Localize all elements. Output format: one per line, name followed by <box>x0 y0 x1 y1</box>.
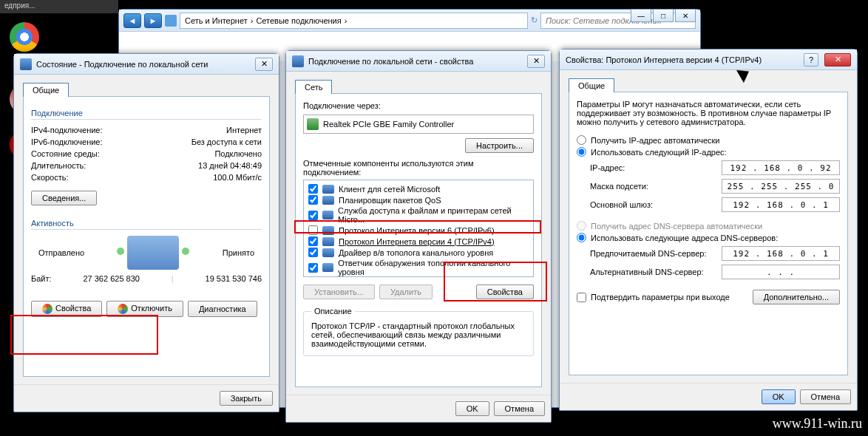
preferred-dns-input[interactable]: 192 . 168 . 0 . 1 <box>722 246 840 261</box>
cancel-button[interactable]: Отмена <box>494 401 545 416</box>
breadcrumb-item[interactable]: Сеть и Интернет <box>185 16 248 25</box>
uninstall-button[interactable]: Удалить <box>379 285 433 299</box>
tab-general[interactable]: Общие <box>569 78 614 92</box>
ipv4-icon <box>322 237 334 246</box>
components-listbox[interactable]: Клиент для сетей Microsoft Планировщик п… <box>303 180 534 277</box>
manual-dns-radio[interactable] <box>577 233 586 242</box>
lltd-responder-icon <box>322 263 333 272</box>
dialog-title: Подключение по локальной сети - свойства <box>308 57 473 66</box>
network-icon <box>20 58 32 70</box>
activity-icon <box>127 236 179 270</box>
breadcrumb-item[interactable]: Сетевые подключения <box>256 16 341 25</box>
chrome-icon[interactable] <box>4 22 44 53</box>
client-icon <box>322 185 334 194</box>
qos-icon <box>322 196 334 205</box>
ipv4-properties-dialog: Свойства: Протокол Интернета версии 4 (T… <box>559 49 858 411</box>
diagnostics-button[interactable]: Диагностика <box>188 301 257 317</box>
manual-ip-radio[interactable] <box>577 147 586 157</box>
nic-icon <box>307 118 319 130</box>
group-activity: Активность <box>31 219 262 230</box>
adapter-properties-dialog: Подключение по локальной сети - свойства… <box>285 50 552 423</box>
validate-on-exit-checkbox[interactable] <box>577 293 586 302</box>
watermark: www.911-win.ru <box>773 416 862 432</box>
auto-ip-radio[interactable] <box>577 135 586 145</box>
lltd-driver-icon <box>322 248 334 257</box>
nic-field: Realtek PCIe GBE Family Controller <box>303 115 534 134</box>
maximize-button[interactable]: □ <box>653 9 674 22</box>
browser-tab: едприя... <box>0 0 118 13</box>
ipv6-icon <box>322 226 334 235</box>
configure-button[interactable]: Настроить... <box>465 138 534 153</box>
close-dialog-button[interactable]: Закрыть <box>220 391 273 406</box>
tab-network[interactable]: Сеть <box>295 80 332 94</box>
help-button[interactable]: ? <box>804 53 818 67</box>
properties-button[interactable]: Свойства <box>31 301 102 317</box>
cancel-button[interactable]: Отмена <box>800 389 851 404</box>
status-dialog: Состояние - Подключение по локальной сет… <box>13 53 279 412</box>
component-checkbox[interactable] <box>308 225 318 235</box>
details-button[interactable]: Сведения... <box>31 191 97 205</box>
component-checkbox[interactable] <box>308 184 318 194</box>
component-checkbox[interactable] <box>308 263 318 273</box>
tab-general[interactable]: Общие <box>23 83 69 97</box>
nav-forward-button[interactable]: ► <box>144 13 162 28</box>
network-icon <box>292 55 304 67</box>
folder-icon <box>165 15 177 27</box>
dialog-title: Свойства: Протокол Интернета версии 4 (T… <box>566 55 762 64</box>
ip-address-input[interactable]: 192 . 168 . 0 . 92 <box>722 160 840 175</box>
auto-dns-radio <box>577 221 586 231</box>
advanced-button[interactable]: Дополнительно... <box>753 290 840 304</box>
component-checkbox[interactable] <box>308 236 318 246</box>
breadcrumb[interactable]: Сеть и Интернет› Сетевые подключения› <box>180 13 528 29</box>
group-connection: Подключение <box>31 109 262 120</box>
close-button[interactable]: ✕ <box>255 58 273 71</box>
component-checkbox[interactable] <box>308 195 318 205</box>
nav-back-button[interactable]: ◄ <box>123 13 141 28</box>
description-group: Описание Протокол TCP/IP - стандартный п… <box>303 307 534 356</box>
item-properties-button[interactable]: Свойства <box>476 285 534 299</box>
explorer-close-button[interactable]: ✕ <box>675 9 696 22</box>
gateway-input[interactable]: 192 . 168 . 0 . 1 <box>722 197 840 212</box>
component-checkbox[interactable] <box>308 211 318 220</box>
install-button[interactable]: Установить... <box>303 285 375 299</box>
file-share-icon <box>322 211 333 219</box>
close-button[interactable]: ✕ <box>527 55 545 68</box>
ok-button[interactable]: OK <box>455 401 489 416</box>
close-button[interactable]: ✕ <box>824 53 851 67</box>
ok-button[interactable]: OK <box>762 389 796 404</box>
component-checkbox[interactable] <box>308 248 318 257</box>
alternate-dns-input[interactable]: . . . <box>722 265 840 279</box>
disable-button[interactable]: Отключить <box>106 301 183 317</box>
subnet-mask-input[interactable]: 255 . 255 . 255 . 0 <box>722 179 840 194</box>
minimize-button[interactable]: — <box>631 9 651 22</box>
tcpipv4-item[interactable]: Протокол Интернета версии 4 (TCP/IPv4) <box>339 237 495 246</box>
dialog-title: Состояние - Подключение по локальной сет… <box>36 60 208 69</box>
